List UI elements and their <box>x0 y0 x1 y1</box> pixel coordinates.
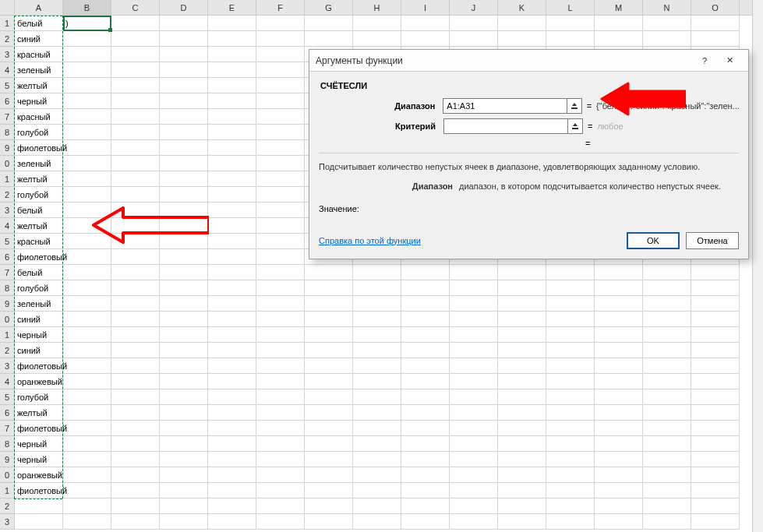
cell-C13[interactable] <box>111 203 160 218</box>
cell-B20[interactable] <box>63 312 111 327</box>
cell-O28[interactable] <box>691 436 740 452</box>
cell-F16[interactable] <box>256 249 305 265</box>
cell-E20[interactable] <box>208 312 256 327</box>
cell-E7[interactable] <box>208 109 256 125</box>
cell-M1[interactable] <box>595 16 643 31</box>
row-header-15[interactable]: 5 <box>0 234 15 249</box>
cell-E23[interactable] <box>208 358 256 374</box>
cell-D23[interactable] <box>160 358 208 374</box>
cell-O21[interactable] <box>691 327 740 343</box>
cell-K25[interactable] <box>498 389 546 405</box>
cell-B13[interactable] <box>63 203 111 218</box>
cell-J17[interactable] <box>450 265 498 280</box>
cell-L20[interactable] <box>546 312 595 327</box>
cell-I19[interactable] <box>401 296 450 312</box>
cell-B10[interactable] <box>63 156 111 171</box>
cell-A20[interactable]: синий <box>15 312 63 327</box>
cell-L24[interactable] <box>546 374 595 389</box>
cell-D13[interactable] <box>160 203 208 218</box>
cell-M2[interactable] <box>595 31 643 47</box>
cancel-button[interactable]: Отмена <box>686 232 739 249</box>
cell-G26[interactable] <box>305 405 353 421</box>
cell-D3[interactable] <box>160 47 208 62</box>
cell-H17[interactable] <box>353 265 401 280</box>
cell-B33[interactable] <box>63 514 111 530</box>
cell-F28[interactable] <box>256 436 305 452</box>
cell-K22[interactable] <box>498 343 546 358</box>
cell-A17[interactable]: белый <box>15 265 63 280</box>
cell-I30[interactable] <box>401 467 450 483</box>
cell-O25[interactable] <box>691 389 740 405</box>
ok-button[interactable]: OK <box>627 232 680 249</box>
cell-C17[interactable] <box>111 265 160 280</box>
cell-K21[interactable] <box>498 327 546 343</box>
cell-I33[interactable] <box>401 514 450 530</box>
cell-K2[interactable] <box>498 31 546 47</box>
cell-L23[interactable] <box>546 358 595 374</box>
cell-C11[interactable] <box>111 171 160 187</box>
cell-H27[interactable] <box>353 421 401 436</box>
cell-G19[interactable] <box>305 296 353 312</box>
cell-D29[interactable] <box>160 452 208 467</box>
column-header-I[interactable]: I <box>401 0 450 15</box>
cell-E22[interactable] <box>208 343 256 358</box>
cell-D8[interactable] <box>160 125 208 140</box>
row-header-8[interactable]: 8 <box>0 125 15 140</box>
cell-H2[interactable] <box>353 31 401 47</box>
column-header-O[interactable]: O <box>691 0 740 15</box>
column-header-H[interactable]: H <box>353 0 401 15</box>
column-header-F[interactable]: F <box>256 0 305 15</box>
cell-B17[interactable] <box>63 265 111 280</box>
cell-B7[interactable] <box>63 109 111 125</box>
cell-C20[interactable] <box>111 312 160 327</box>
cell-A7[interactable]: красный <box>15 109 63 125</box>
cell-I18[interactable] <box>401 280 450 296</box>
argument-input-range[interactable] <box>443 98 567 114</box>
cell-E3[interactable] <box>208 47 256 62</box>
cell-A21[interactable]: черный <box>15 327 63 343</box>
cell-E15[interactable] <box>208 234 256 249</box>
cell-B32[interactable] <box>63 499 111 514</box>
cell-M17[interactable] <box>595 265 643 280</box>
cell-M20[interactable] <box>595 312 643 327</box>
cell-A14[interactable]: желтый <box>15 218 63 234</box>
cell-F2[interactable] <box>256 31 305 47</box>
cell-O17[interactable] <box>691 265 740 280</box>
cell-N18[interactable] <box>643 280 691 296</box>
cell-B16[interactable] <box>63 249 111 265</box>
cell-F17[interactable] <box>256 265 305 280</box>
cell-E21[interactable] <box>208 327 256 343</box>
row-header-11[interactable]: 1 <box>0 171 15 187</box>
cell-F25[interactable] <box>256 389 305 405</box>
column-header-A[interactable]: A <box>15 0 63 15</box>
cell-I23[interactable] <box>401 358 450 374</box>
cell-E24[interactable] <box>208 374 256 389</box>
cell-E9[interactable] <box>208 140 256 156</box>
cell-A22[interactable]: синий <box>15 343 63 358</box>
cell-D15[interactable] <box>160 234 208 249</box>
cell-N29[interactable] <box>643 452 691 467</box>
cell-F27[interactable] <box>256 421 305 436</box>
cell-D21[interactable] <box>160 327 208 343</box>
cell-F5[interactable] <box>256 78 305 93</box>
cell-F12[interactable] <box>256 187 305 203</box>
cell-B30[interactable] <box>63 467 111 483</box>
cell-F9[interactable] <box>256 140 305 156</box>
cell-F1[interactable] <box>256 16 305 31</box>
cell-F6[interactable] <box>256 93 305 109</box>
cell-C26[interactable] <box>111 405 160 421</box>
cell-D12[interactable] <box>160 187 208 203</box>
cell-E10[interactable] <box>208 156 256 171</box>
cell-C10[interactable] <box>111 156 160 171</box>
cell-A13[interactable]: белый <box>15 203 63 218</box>
cell-A1[interactable]: белый <box>15 16 63 31</box>
cell-H18[interactable] <box>353 280 401 296</box>
cell-L26[interactable] <box>546 405 595 421</box>
argument-input-criteria[interactable] <box>443 118 568 134</box>
cell-F4[interactable] <box>256 62 305 78</box>
cell-B18[interactable] <box>63 280 111 296</box>
cell-D17[interactable] <box>160 265 208 280</box>
row-header-12[interactable]: 2 <box>0 187 15 203</box>
cell-J21[interactable] <box>450 327 498 343</box>
cell-E30[interactable] <box>208 467 256 483</box>
